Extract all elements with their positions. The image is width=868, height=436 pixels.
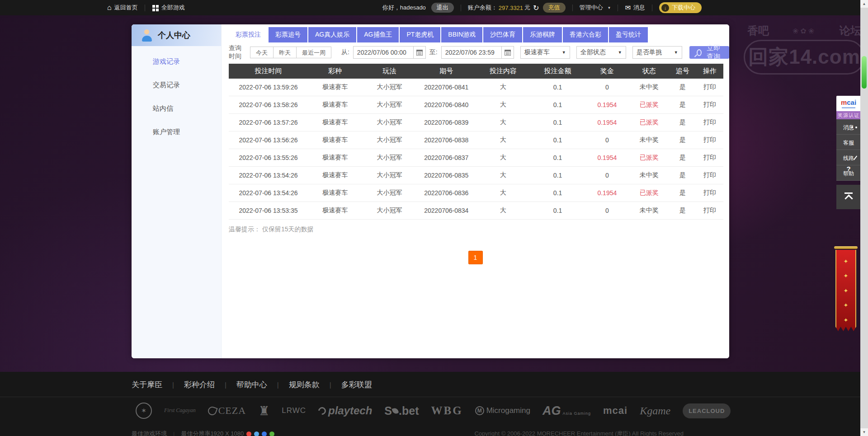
scrollbar-thumb[interactable] xyxy=(862,56,867,89)
search-icon xyxy=(697,49,702,56)
table-cell: 2022-07-06 13:54:26 xyxy=(229,189,308,197)
table-cell: 0.1954 xyxy=(585,119,629,126)
page-1-button[interactable]: 1 xyxy=(468,251,483,264)
logo-kgame: Kgame xyxy=(640,405,670,417)
tab-6[interactable]: BBIN游戏 xyxy=(441,27,482,42)
all-games-link[interactable]: 全部游戏 xyxy=(152,4,185,12)
from-label: 从: xyxy=(341,48,349,56)
banner-ornament: ✦ xyxy=(844,317,849,323)
chevron-down-icon: ▼ xyxy=(608,6,611,10)
logout-button[interactable]: 退出 xyxy=(431,3,454,13)
quick-range-button-3[interactable]: 最近一周 xyxy=(296,47,331,58)
table-cell: 大小冠军 xyxy=(362,154,416,162)
table-cell: 大小冠军 xyxy=(362,101,416,109)
sidebar-item-3[interactable]: 站内信 xyxy=(132,97,221,120)
page: ⌂ 返回首页 全部游戏 你好，hadesado 退出 账户余额： 297.332… xyxy=(0,0,868,436)
query-button[interactable]: 立即查询 xyxy=(689,46,729,59)
admin-center-label: 管理中心 xyxy=(580,4,603,12)
tab-5[interactable]: PT老虎机 xyxy=(400,27,440,42)
from-date-input[interactable] xyxy=(354,47,413,58)
logo-leacloud: LEACLOUD xyxy=(683,403,731,418)
quick-range-button-1[interactable]: 今天 xyxy=(250,47,274,58)
footer-link-1[interactable]: 关于摩臣 xyxy=(132,380,162,390)
footer-link-5[interactable]: 多彩联盟 xyxy=(341,380,372,390)
print-link[interactable]: 打印 xyxy=(696,189,723,197)
table-row: 2022-07-06 13:57:26极速赛车大小冠军20220706-0839… xyxy=(229,114,723,131)
filter-select-1[interactable]: 极速赛车▼ xyxy=(520,46,570,59)
print-link[interactable]: 打印 xyxy=(696,101,723,109)
promo-scroll-banner[interactable]: ✦ ✦ ✦ ✦ ✦ xyxy=(834,246,858,338)
sidebar-item-4[interactable]: 账户管理 xyxy=(132,120,221,144)
print-link[interactable]: 打印 xyxy=(696,206,723,215)
tab-8[interactable]: 乐游棋牌 xyxy=(523,27,562,42)
table-cell: 0.1 xyxy=(530,207,585,214)
filter-select-2[interactable]: 全部状态▼ xyxy=(576,46,626,59)
tab-2[interactable]: 彩票追号 xyxy=(269,27,307,42)
mcai-logo-underline xyxy=(842,107,855,108)
sidebar-item-1[interactable]: 游戏记录 xyxy=(132,50,221,73)
print-link[interactable]: 打印 xyxy=(696,154,723,162)
ag-logo-sub: Asia Gaming xyxy=(562,411,591,416)
print-link[interactable]: 打印 xyxy=(696,136,723,144)
widget-item-2[interactable]: 客服 xyxy=(836,135,861,150)
table-cell: 20220706-0841 xyxy=(417,84,476,91)
messages-label: 消息 xyxy=(633,4,645,12)
tab-7[interactable]: 沙巴体育 xyxy=(483,27,522,42)
table-cell: 0.1 xyxy=(530,189,585,197)
download-center-button[interactable]: ↓ 下载中心 xyxy=(659,2,702,13)
sidebar-item-2[interactable]: 交易记录 xyxy=(132,73,221,97)
table-cell: 20220706-0839 xyxy=(417,119,476,126)
table-cell: 极速赛车 xyxy=(308,154,362,162)
column-header-3: 玩法 xyxy=(362,67,416,75)
print-link[interactable]: 打印 xyxy=(696,83,723,91)
to-date-input[interactable] xyxy=(442,47,501,58)
balance-label: 账户余额： xyxy=(468,4,497,12)
playtech-swirl-icon xyxy=(317,405,328,416)
footer-link-2[interactable]: 彩种介绍 xyxy=(184,380,215,390)
recharge-button[interactable]: 充值 xyxy=(543,3,566,13)
tab-1[interactable]: 彩票投注 xyxy=(229,27,268,42)
tab-3[interactable]: AG真人娱乐 xyxy=(308,27,356,42)
logo-sbet: S.bet xyxy=(384,404,419,417)
widget-item-1[interactable]: 消息 xyxy=(836,119,861,135)
to-calendar-button[interactable] xyxy=(501,47,514,58)
balance-value: 297.3321 xyxy=(499,5,523,11)
table-row: 2022-07-06 13:54:26极速赛车大小冠军20220706-0835… xyxy=(229,167,723,184)
user-avatar-icon xyxy=(141,29,153,42)
calendar-icon xyxy=(416,50,423,56)
table-cell: 20220706-0836 xyxy=(417,189,476,197)
column-header-4: 期号 xyxy=(417,67,476,75)
print-link[interactable]: 打印 xyxy=(696,118,723,127)
from-calendar-button[interactable] xyxy=(413,47,425,58)
footer-link-4[interactable]: 规则条款 xyxy=(289,380,320,390)
floating-widget: mcai 奖源认证 消息客服线路帮助 xyxy=(836,96,861,209)
retention-tip: 温馨提示： 仅保留15天的数据 xyxy=(229,225,722,234)
main-panel: 个人中心 游戏记录交易记录站内信账户管理 彩票投注彩票追号AG真人娱乐AG捕鱼王… xyxy=(132,24,729,358)
back-to-top-button[interactable] xyxy=(836,185,861,209)
tab-10[interactable]: 盈亏统计 xyxy=(609,27,648,42)
table-cell: 极速赛车 xyxy=(308,206,362,215)
to-label: 至: xyxy=(429,48,438,56)
widget-item-4[interactable]: 帮助 xyxy=(836,165,861,181)
page-scrollbar[interactable]: ▲ ▼ xyxy=(860,0,868,436)
tab-4[interactable]: AG捕鱼王 xyxy=(357,27,399,42)
refresh-balance-icon[interactable]: ↻ xyxy=(533,4,539,12)
scroll-down-button[interactable]: ▼ xyxy=(860,428,868,436)
filter-select-3[interactable]: 是否单挑▼ xyxy=(632,46,682,59)
tab-9[interactable]: 香港六合彩 xyxy=(563,27,608,42)
quick-range-button-2[interactable]: 昨天 xyxy=(273,47,297,58)
widget-item-3[interactable]: 线路 xyxy=(836,150,861,165)
mcai-cert-logo[interactable]: mcai xyxy=(836,96,861,111)
scroll-up-button[interactable]: ▲ xyxy=(860,0,868,8)
table-cell: 0 xyxy=(585,207,629,214)
table-row: 2022-07-06 13:53:35极速赛车大小冠军20220706-0834… xyxy=(229,202,723,220)
admin-center-menu[interactable]: 管理中心 ▼ xyxy=(580,4,611,12)
table-cell: 2022-07-06 13:57:26 xyxy=(229,119,308,126)
copyright-text: Copyright © 2006-2022 MORECHEER Entertai… xyxy=(474,430,684,436)
footer-link-3[interactable]: 帮助中心 xyxy=(236,380,267,390)
watermark-domain: 回家14.com xyxy=(744,40,865,75)
back-home-link[interactable]: ⌂ 返回首页 xyxy=(107,4,138,12)
print-link[interactable]: 打印 xyxy=(696,171,723,179)
messages-link[interactable]: ✉ 消息 xyxy=(625,4,645,12)
footer-link-divider: | xyxy=(277,381,279,389)
